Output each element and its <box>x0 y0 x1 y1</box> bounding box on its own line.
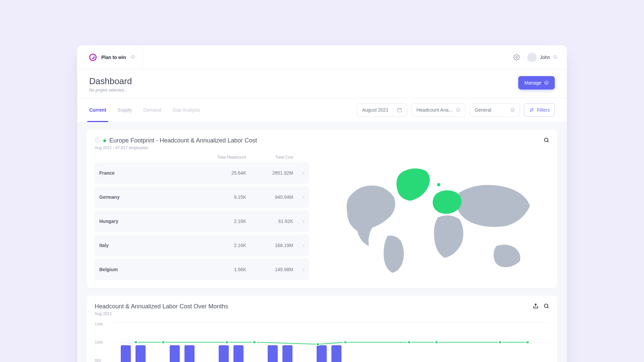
tab-label: Current <box>89 107 106 113</box>
settings-button[interactable] <box>513 54 520 61</box>
chevron-down-icon <box>510 108 515 112</box>
world-map[interactable] <box>323 155 549 280</box>
chevron-right-icon: › <box>293 266 305 273</box>
metric-select[interactable]: Headcount Ana... <box>411 103 465 117</box>
tab-demand[interactable]: Demand <box>143 98 161 122</box>
tab-label: Supply <box>118 107 132 113</box>
headcount-value: 2.16K <box>199 243 246 248</box>
cost-value: 168.19M <box>246 243 293 248</box>
card-search-button[interactable] <box>543 303 549 309</box>
page-subtitle: No project selected... <box>89 88 132 93</box>
tab-supply[interactable]: Supply <box>118 98 132 122</box>
headcount-value: 1.56K <box>199 267 246 272</box>
metric-value: Headcount Ana... <box>416 107 452 113</box>
chevron-down-icon <box>456 108 461 112</box>
filters-button[interactable]: Filters <box>524 103 555 117</box>
country-name: Germany <box>99 194 199 200</box>
country-name: France <box>99 170 199 176</box>
table-row[interactable]: Germany 9.15K 940.94M › <box>95 186 309 208</box>
world-map-svg <box>335 161 537 275</box>
manage-button[interactable]: Manage <box>518 76 555 89</box>
headcount-value: 9.15K <box>199 194 246 200</box>
svg-point-5 <box>457 108 460 112</box>
content-area: Europe Footprint - Headcount & Annualize… <box>77 122 567 362</box>
svg-point-10 <box>544 138 548 142</box>
table-row[interactable]: Belgium 1.56K 149.98M › <box>95 259 309 280</box>
table-row[interactable]: France 25.64K 2851.92M › <box>95 162 309 184</box>
tab-label: Gap Analysis <box>172 107 200 113</box>
table-row[interactable]: Hungary 2.18K 61.92K › <box>95 210 309 232</box>
svg-point-8 <box>530 110 531 111</box>
chevron-down-icon <box>131 54 135 60</box>
cost-value: 2851.92M <box>246 170 293 176</box>
tabs: Current Supply Demand Gap Analysis <box>89 98 200 122</box>
export-button[interactable] <box>533 303 539 309</box>
svg-point-7 <box>532 109 533 110</box>
trend-point <box>498 341 502 344</box>
table-row[interactable]: Italy 2.16K 168.19M › <box>95 235 309 256</box>
trend-point <box>162 341 165 344</box>
ytick: 80K <box>95 358 103 362</box>
tab-current[interactable]: Current <box>89 98 106 122</box>
search-icon <box>543 137 549 143</box>
share-icon <box>533 303 539 309</box>
period-select[interactable]: August 2021 <box>357 103 407 117</box>
chevron-right-icon: › <box>293 218 305 224</box>
footprint-subtitle: Aug 2021 - 47.817 employees <box>95 145 257 150</box>
trend-point <box>344 341 347 344</box>
brand-logo-icon <box>89 54 97 61</box>
page-header: Dashboard No project selected... Manage <box>77 69 567 98</box>
avatar <box>527 53 537 62</box>
gear-icon <box>513 54 520 61</box>
search-icon <box>543 303 549 309</box>
column-cost: Total Cost <box>246 155 293 160</box>
topbar: Plan to win John <box>77 45 567 69</box>
workspace-switcher[interactable]: Plan to win <box>89 54 135 61</box>
period-value: August 2021 <box>362 107 388 113</box>
svg-point-1 <box>516 56 517 58</box>
page-title: Dashboard <box>89 76 132 86</box>
overtime-card: Headcount & Annualized Labor Cost Over M… <box>87 296 557 362</box>
country-name: Italy <box>99 243 199 248</box>
footprint-title: Europe Footprint - Headcount & Annualize… <box>109 137 257 144</box>
svg-rect-4 <box>397 108 401 112</box>
tab-label: Demand <box>143 107 161 113</box>
chevron-right-icon: › <box>293 194 305 200</box>
svg-point-3 <box>545 81 548 85</box>
user-name: John <box>540 55 550 60</box>
tab-row: Current Supply Demand Gap Analysis Augus… <box>77 98 567 122</box>
svg-point-6 <box>511 108 515 112</box>
trend-point <box>316 343 320 346</box>
overtime-subtitle: Aug 2021 <box>95 311 228 316</box>
svg-point-2 <box>554 55 557 58</box>
tab-gap-analysis[interactable]: Gap Analysis <box>172 98 200 122</box>
divider <box>142 45 143 69</box>
scope-select[interactable]: General <box>470 103 520 117</box>
trend-point <box>526 341 529 344</box>
svg-point-12 <box>544 304 548 308</box>
workspace-name: Plan to win <box>101 55 126 60</box>
trend-point <box>253 341 256 344</box>
country-name: Belgium <box>99 267 199 272</box>
user-menu[interactable]: John <box>527 53 557 62</box>
chevron-down-icon <box>553 54 557 60</box>
headcount-value: 2.18K <box>199 219 246 224</box>
chevron-down-icon <box>544 80 549 85</box>
cost-value: 940.94M <box>246 194 293 200</box>
country-table: Total Headcount Total Cost France 25.64K… <box>95 155 309 280</box>
cost-value: 149.98M <box>246 267 293 272</box>
ytick: 120K <box>95 322 103 326</box>
chevron-right-icon: › <box>293 242 305 248</box>
svg-point-11 <box>437 183 440 186</box>
column-headcount: Total Headcount <box>199 155 246 160</box>
region-indicator-dot <box>103 139 106 142</box>
svg-point-0 <box>131 55 134 58</box>
sliders-icon <box>529 107 534 113</box>
manage-button-label: Manage <box>524 80 541 85</box>
overtime-title: Headcount & Annualized Labor Cost Over M… <box>95 303 228 310</box>
trend-point <box>407 341 411 344</box>
cost-value: 61.92K <box>246 219 293 224</box>
trend-point <box>435 341 438 344</box>
card-search-button[interactable] <box>543 137 549 143</box>
trend-point <box>134 341 138 344</box>
